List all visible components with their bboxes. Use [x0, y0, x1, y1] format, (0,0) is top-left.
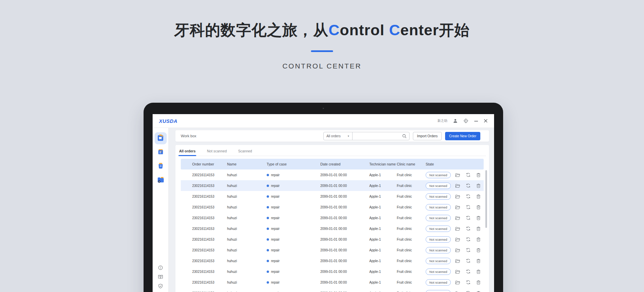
date-created-cell: 2099-01-01 00:00 — [320, 238, 369, 241]
table-row[interactable]: 230216114153 huhuzi repair 2099-01-01 00… — [181, 212, 484, 223]
delete-icon[interactable] — [473, 280, 484, 285]
table-row[interactable]: 230216114153 huhuzi repair 2099-01-01 00… — [181, 288, 484, 292]
date-created-cell: 2099-01-01 00:00 — [320, 205, 369, 209]
table-scrollbar[interactable] — [485, 170, 487, 228]
delete-icon[interactable] — [473, 226, 484, 231]
table-row[interactable]: 230216114153 huhuzi repair 2099-01-01 00… — [181, 266, 484, 277]
delete-icon[interactable] — [473, 269, 484, 274]
state-badge: Not scanned — [426, 193, 451, 200]
shield-check-icon[interactable] — [158, 284, 163, 290]
table-row[interactable]: 230216114153 huhuzi repair 2099-01-01 00… — [181, 234, 484, 245]
col-date-created: Date created — [320, 162, 369, 166]
hero-section: 牙科的数字化之旅，从Control Center开始 CONTROL CENTE… — [0, 0, 644, 70]
import-orders-button[interactable]: Import Orders — [413, 132, 442, 140]
open-folder-icon[interactable] — [452, 248, 463, 252]
open-folder-icon[interactable] — [452, 237, 463, 242]
table-row[interactable]: 230216114153 huhuzi repair 2099-01-01 00… — [181, 255, 484, 266]
delete-icon[interactable] — [473, 248, 484, 252]
open-folder-icon[interactable] — [452, 270, 463, 274]
order-number-cell: 230216114153 — [192, 270, 227, 274]
order-number-cell: 230216114153 — [192, 205, 227, 209]
table-row[interactable]: 230216114153 huhuzi repair 2099-01-01 00… — [181, 223, 484, 234]
state-badge: Not scanned — [426, 236, 451, 243]
delete-icon[interactable] — [473, 183, 484, 188]
minimize-icon[interactable] — [474, 119, 478, 123]
open-folder-icon[interactable] — [452, 205, 463, 209]
filter-selected-label: All orders — [326, 134, 340, 138]
technician-name-cell: Apple-1 — [369, 259, 397, 263]
workbox-title: Work box — [181, 134, 196, 138]
open-folder-icon[interactable] — [452, 194, 463, 199]
type-of-case-cell: repair — [267, 259, 320, 263]
refresh-icon[interactable] — [463, 291, 473, 292]
refresh-icon[interactable] — [463, 194, 473, 199]
open-folder-icon[interactable] — [452, 184, 463, 188]
sidebar-item-recycle[interactable] — [155, 160, 167, 173]
open-folder-icon[interactable] — [452, 173, 463, 177]
refresh-icon[interactable] — [463, 248, 473, 252]
info-icon[interactable] — [158, 265, 163, 272]
close-icon[interactable] — [484, 119, 488, 123]
search-icon[interactable] — [402, 134, 407, 138]
type-of-case-cell: repair — [267, 270, 320, 274]
tab-scanned[interactable]: Scanned — [237, 147, 253, 156]
order-number-cell: 230216114153 — [192, 227, 227, 231]
open-folder-icon[interactable] — [452, 216, 463, 220]
table-body: 230216114153 huhuzi repair 2099-01-01 00… — [181, 169, 484, 292]
refresh-icon[interactable] — [463, 237, 473, 242]
manual-book-icon[interactable] — [158, 275, 163, 281]
col-state: State — [426, 162, 452, 166]
search-input[interactable] — [353, 132, 402, 140]
type-of-case-cell: repair — [267, 173, 320, 177]
state-badge: Not scanned — [426, 215, 451, 221]
sidebar-item-workbox[interactable] — [155, 132, 167, 144]
refresh-icon[interactable] — [463, 258, 473, 263]
refresh-icon[interactable] — [463, 205, 473, 209]
accent-divider — [311, 50, 333, 52]
open-folder-icon[interactable] — [452, 280, 463, 285]
clinic-name-cell: Fruit clinic — [397, 281, 426, 284]
tab-all-orders[interactable]: All orders — [178, 147, 196, 156]
create-new-order-button[interactable]: Create New Order — [445, 132, 480, 140]
order-filter-dropdown[interactable]: All orders ▼ — [324, 132, 353, 140]
tab-not-scanned[interactable]: Not scanned — [206, 147, 227, 156]
date-created-cell: 2099-01-01 00:00 — [320, 195, 369, 198]
refresh-icon[interactable] — [463, 215, 473, 220]
table-row[interactable]: 230216114153 huhuzi repair 2099-01-01 00… — [181, 245, 484, 255]
refresh-icon[interactable] — [463, 173, 473, 177]
table-row[interactable]: 230216114153 huhuzi repair 2099-01-01 00… — [181, 202, 484, 212]
delete-icon[interactable] — [473, 291, 484, 292]
locate-icon[interactable] — [463, 118, 469, 124]
technician-name-cell: Apple-1 — [369, 184, 397, 188]
refresh-icon[interactable] — [463, 226, 473, 231]
name-cell: huhuzi — [227, 259, 267, 263]
delete-icon[interactable] — [473, 215, 484, 220]
sidebar-item-packages[interactable] — [155, 146, 167, 158]
name-cell: huhuzi — [227, 205, 267, 209]
open-folder-icon[interactable] — [452, 259, 463, 263]
table-row[interactable]: 230216114153 huhuzi repair 2099-01-01 00… — [181, 169, 484, 180]
delete-icon[interactable] — [473, 258, 484, 263]
date-created-cell: 2099-01-01 00:00 — [320, 216, 369, 220]
table-row[interactable]: 230216114153 huhuzi repair 2099-01-01 00… — [181, 277, 484, 288]
open-folder-icon[interactable] — [452, 291, 463, 292]
refresh-icon[interactable] — [463, 269, 473, 274]
delete-icon[interactable] — [473, 237, 484, 242]
refresh-icon[interactable] — [463, 183, 473, 188]
delete-icon[interactable] — [473, 194, 484, 199]
sidebar-item-file-manager[interactable] — [155, 175, 167, 187]
repair-dot-icon — [267, 206, 269, 208]
clinic-name-cell: Fruit clinic — [397, 270, 426, 274]
date-created-cell: 2099-01-01 00:00 — [320, 184, 369, 188]
delete-icon[interactable] — [473, 205, 484, 209]
refresh-icon[interactable] — [463, 280, 473, 285]
table-row[interactable]: 230216114153 huhuzi repair 2099-01-01 00… — [181, 191, 484, 202]
repair-dot-icon — [267, 271, 269, 273]
name-cell: huhuzi — [227, 248, 267, 252]
repair-dot-icon — [267, 217, 269, 219]
delete-icon[interactable] — [473, 173, 484, 177]
table-row[interactable]: 230216114153 huhuzi repair 2099-01-01 00… — [181, 180, 484, 191]
user-icon[interactable] — [453, 118, 458, 124]
app-titlebar: XUSDA 新之助 — [153, 114, 494, 128]
open-folder-icon[interactable] — [452, 227, 463, 231]
